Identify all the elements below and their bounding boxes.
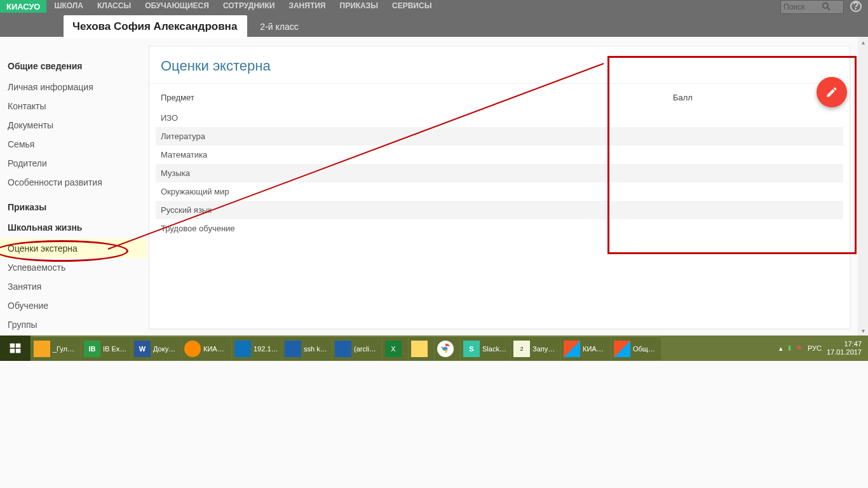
sidebar-item-progress[interactable]: Успеваемость xyxy=(8,258,146,277)
table-row: Русский язык xyxy=(156,201,843,219)
score-cell xyxy=(673,113,838,123)
scrollbar[interactable]: ▴ ▾ xyxy=(858,37,868,336)
scroll-up-icon[interactable]: ▴ xyxy=(858,37,868,47)
table-header: Предмет Балл xyxy=(156,84,843,109)
nav-staff[interactable]: СОТРУДНИКИ xyxy=(223,1,275,10)
pencil-icon xyxy=(825,86,838,98)
task-item[interactable]: 192.1… xyxy=(232,336,281,360)
panel-title: Оценки экстерна xyxy=(149,46,850,84)
tray-clock[interactable]: 17:47 17.01.2017 xyxy=(827,340,862,356)
table-row: Окружающий мир xyxy=(156,182,843,201)
sidebar-item-contacts[interactable]: Контакты xyxy=(8,97,146,116)
task-item[interactable] xyxy=(409,336,434,360)
help-icon[interactable]: ? xyxy=(850,1,862,12)
task-label: КИА… xyxy=(583,345,604,353)
header-right: ? xyxy=(780,0,868,37)
task-label: IB Ex… xyxy=(103,345,126,353)
task-label: КИА… xyxy=(203,345,224,353)
sidebar-item-groups[interactable]: Группы xyxy=(8,315,146,334)
tray-download-icon[interactable]: ⬇ xyxy=(787,344,792,353)
subject-cell: Музыка xyxy=(161,168,673,178)
search-icon[interactable] xyxy=(822,2,831,13)
task-label: Доку… xyxy=(153,345,175,353)
tray-flag-icon[interactable]: ⚑ xyxy=(796,344,803,353)
col-score: Балл xyxy=(673,93,838,102)
system-tray: ▴ ⬇ ⚑ РУС 17:47 17.01.2017 xyxy=(779,340,868,356)
nav-school[interactable]: ШКОЛА xyxy=(54,1,83,10)
scroll-down-icon[interactable]: ▾ xyxy=(858,325,868,336)
task-label: Slack… xyxy=(482,345,506,353)
sidebar-item-parents[interactable]: Родители xyxy=(8,154,146,173)
col-subject: Предмет xyxy=(161,93,673,102)
search-box[interactable] xyxy=(780,0,844,14)
grades-table: Предмет Балл ИЗО Литература Математика М… xyxy=(149,84,850,238)
task-label: ssh k… xyxy=(304,345,327,353)
svg-point-0 xyxy=(823,3,828,8)
task-item[interactable]: Общ… xyxy=(611,336,661,360)
svg-rect-4 xyxy=(16,344,21,348)
sidebar-section-orders: Приказы xyxy=(8,202,146,212)
nav-services[interactable]: СЕРВИСЫ xyxy=(392,1,431,10)
svg-rect-6 xyxy=(16,349,21,353)
task-item[interactable]: X xyxy=(383,336,408,360)
tab-student-name[interactable]: Чехова София Александровна xyxy=(64,15,247,38)
main-area: Общие сведения Личная информация Контакт… xyxy=(0,37,868,336)
task-item[interactable]: WДоку… xyxy=(132,336,181,360)
score-cell xyxy=(673,205,838,215)
task-item[interactable]: КИА… xyxy=(182,336,231,360)
score-cell xyxy=(673,150,838,159)
subject-cell: Русский язык xyxy=(161,205,673,215)
task-item[interactable]: _Гул… xyxy=(31,336,81,360)
tray-up-icon[interactable]: ▴ xyxy=(779,344,783,353)
sidebar-item-features[interactable]: Особенности развития xyxy=(8,173,146,192)
edit-fab[interactable] xyxy=(817,77,847,107)
task-label: _Гул… xyxy=(53,345,74,353)
nav-orders[interactable]: ПРИКАЗЫ xyxy=(340,1,379,10)
table-row: Музыка xyxy=(156,164,843,182)
svg-line-1 xyxy=(827,7,830,10)
tray-lang[interactable]: РУС xyxy=(808,344,822,352)
task-item[interactable]: (arcli… xyxy=(332,336,382,360)
task-label: (arcli… xyxy=(354,345,376,353)
sidebar-item-personal[interactable]: Личная информация xyxy=(8,78,146,97)
table-row: Литература xyxy=(156,127,843,146)
subject-cell: Литература xyxy=(161,132,673,141)
logo: КИАСУО xyxy=(0,0,46,13)
task-item[interactable]: SSlack… xyxy=(461,336,510,360)
task-item[interactable]: ssh k… xyxy=(282,336,332,360)
tray-icons[interactable]: ▴ ⬇ ⚑ xyxy=(779,344,803,353)
svg-rect-3 xyxy=(10,344,15,348)
app-header: КИАСУО ШКОЛА КЛАССЫ ОБУЧАЮЩИЕСЯ СОТРУДНИ… xyxy=(0,0,868,37)
chrome-icon xyxy=(437,341,454,357)
search-input[interactable] xyxy=(783,3,822,11)
task-label: Общ… xyxy=(633,345,655,353)
tab-class[interactable]: 2-й класс xyxy=(247,22,307,38)
nav-students[interactable]: ОБУЧАЮЩИЕСЯ xyxy=(145,1,209,10)
subject-cell: Окружающий мир xyxy=(161,187,673,196)
score-cell xyxy=(673,224,838,233)
sidebar-item-education[interactable]: Обучение xyxy=(8,296,146,315)
task-item[interactable]: 2Запу… xyxy=(511,336,560,360)
start-button[interactable] xyxy=(0,336,31,361)
nav-classes[interactable]: КЛАССЫ xyxy=(97,1,131,10)
task-item[interactable]: IBIB Ex… xyxy=(81,336,131,360)
sidebar-item-lessons[interactable]: Занятия xyxy=(8,277,146,296)
task-label: Запу… xyxy=(532,345,555,353)
table-row: Трудовое обучение xyxy=(156,219,843,238)
windows-icon xyxy=(9,342,22,355)
sidebar: Общие сведения Личная информация Контакт… xyxy=(0,37,146,336)
task-item[interactable]: КИА… xyxy=(561,336,611,360)
taskbar: _Гул… IBIB Ex… WДоку… КИА… 192.1… ssh k…… xyxy=(0,336,868,361)
task-item[interactable] xyxy=(435,336,460,360)
content-panel: Оценки экстерна Предмет Балл ИЗО Литерат… xyxy=(149,46,850,329)
subject-cell: Математика xyxy=(161,150,673,159)
score-cell xyxy=(673,132,838,141)
subject-cell: Трудовое обучение xyxy=(161,224,673,233)
student-tabs: Чехова София Александровна 2-й класс xyxy=(64,15,308,38)
sidebar-item-family[interactable]: Семья xyxy=(8,135,146,154)
sidebar-section-school-life: Школьная жизнь xyxy=(8,222,146,233)
svg-rect-5 xyxy=(10,349,15,353)
sidebar-item-documents[interactable]: Документы xyxy=(8,116,146,135)
nav-lessons[interactable]: ЗАНЯТИЯ xyxy=(288,1,325,10)
sidebar-item-extern-grades[interactable]: Оценки экстерна xyxy=(0,239,146,258)
